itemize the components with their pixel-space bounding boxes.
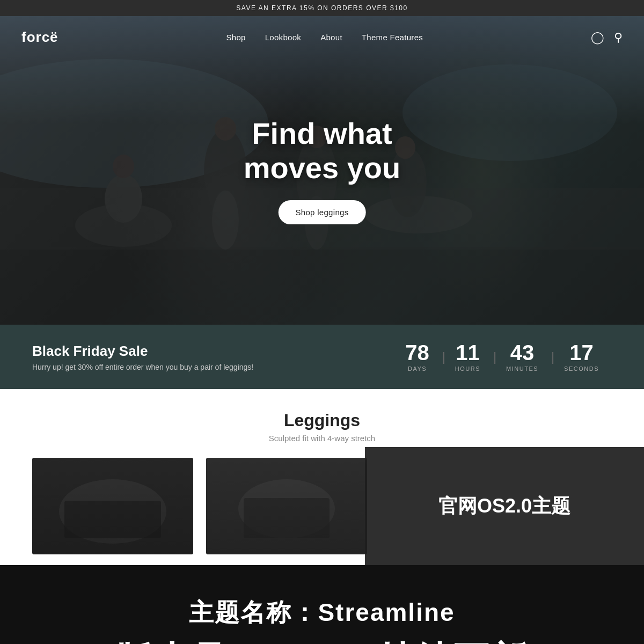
- nav-link-about[interactable]: About: [320, 33, 342, 42]
- nav-item-theme-features[interactable]: Theme Features: [362, 33, 423, 42]
- countdown-section: Black Friday Sale Hurry up! get 30% off …: [0, 325, 644, 389]
- hero-cta-button[interactable]: Shop leggings: [279, 200, 366, 224]
- hero-title: Find what moves you: [244, 116, 401, 186]
- countdown-seconds: 17 SECONDS: [551, 342, 612, 372]
- hero-content: Find what moves you Shop leggings: [244, 116, 401, 225]
- product-card-2-overlay: [206, 458, 367, 554]
- countdown-seconds-label: SECONDS: [564, 365, 599, 372]
- nav-icons: ◯ ⚲: [591, 31, 623, 45]
- nav-link-lookbook[interactable]: Lookbook: [265, 33, 301, 42]
- countdown-title: Black Friday Sale: [32, 343, 253, 360]
- account-icon[interactable]: ◯: [591, 31, 604, 45]
- nav-link-shop[interactable]: Shop: [226, 33, 245, 42]
- countdown-days-value: 78: [405, 342, 429, 363]
- nav-link-theme-features[interactable]: Theme Features: [362, 33, 423, 42]
- announcement-bar: SAVE AN EXTRA 15% ON ORDERS OVER $100: [0, 0, 644, 16]
- countdown-timer: 78 DAYS 11 HOURS 43 MINUTES 17 SECONDS: [392, 342, 612, 372]
- countdown-hours-value: 11: [455, 342, 480, 363]
- product-card-1-overlay: [32, 458, 193, 554]
- countdown-days: 78 DAYS: [392, 342, 442, 372]
- nav-item-about[interactable]: About: [320, 33, 342, 42]
- countdown-hours-label: HOURS: [455, 365, 480, 372]
- bottom-line1: 主题名称：Streamline: [189, 596, 455, 630]
- page-wrapper: SAVE AN EXTRA 15% ON ORDERS OVER $100: [0, 0, 644, 644]
- hero-title-line2: moves you: [244, 151, 401, 185]
- countdown-left: Black Friday Sale Hurry up! get 30% off …: [32, 343, 253, 371]
- nav-item-lookbook[interactable]: Lookbook: [265, 33, 301, 42]
- products-title: Leggings: [32, 411, 612, 430]
- products-subtitle: Sculpted fit with 4-way stretch: [32, 434, 612, 443]
- bottom-line2-prefix: 版本号：: [116, 639, 266, 645]
- countdown-minutes: 43 MINUTES: [493, 342, 551, 372]
- product-card-1[interactable]: [32, 458, 193, 554]
- main-nav: Shop Lookbook About Theme Features: [226, 33, 423, 42]
- nav-item-shop[interactable]: Shop: [226, 33, 245, 42]
- countdown-hours: 11 HOURS: [442, 342, 493, 372]
- countdown-days-label: DAYS: [405, 365, 429, 372]
- site-logo[interactable]: forcë: [21, 29, 58, 46]
- bottom-line2: 版本号：V6.4.0持续更新: [116, 636, 529, 645]
- bottom-line2-suffix: 持续更新: [378, 639, 528, 645]
- watermark-text: 官网OS2.0主题: [438, 494, 570, 519]
- product-card-2[interactable]: [206, 458, 367, 554]
- hero-title-line1: Find what: [252, 116, 392, 150]
- countdown-subtitle: Hurry up! get 30% off entire order when …: [32, 363, 253, 371]
- products-section: Leggings Sculpted fit with 4-way stretch: [0, 389, 644, 565]
- countdown-seconds-value: 17: [564, 342, 599, 363]
- countdown-minutes-label: MINUTES: [506, 365, 538, 372]
- watermark-box: 官网OS2.0主题: [365, 447, 644, 565]
- countdown-minutes-value: 43: [506, 342, 538, 363]
- bottom-line2-version: V6.4.0: [266, 639, 378, 645]
- announcement-text: SAVE AN EXTRA 15% ON ORDERS OVER $100: [236, 4, 407, 12]
- header: forcë Shop Lookbook About Theme Features: [0, 29, 644, 46]
- search-icon[interactable]: ⚲: [614, 31, 623, 45]
- bottom-banner: 主题名称：Streamline 版本号：V6.4.0持续更新: [0, 565, 644, 644]
- hero-section: forcë Shop Lookbook About Theme Features: [0, 16, 644, 325]
